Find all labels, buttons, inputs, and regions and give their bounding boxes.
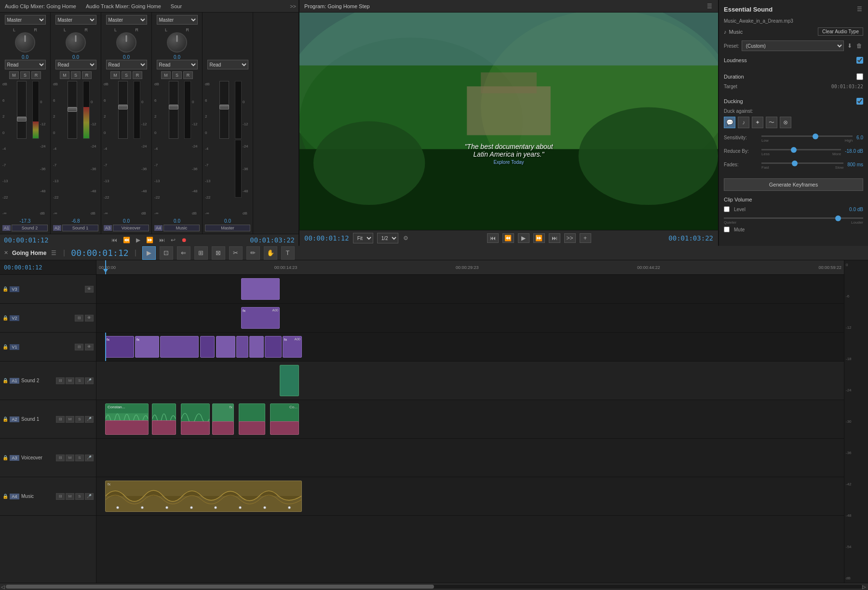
fit-select[interactable]: Fit [353, 233, 373, 243]
sensitivity-slider[interactable] [761, 135, 853, 137]
lock-v2-icon[interactable]: 🔒 [2, 315, 8, 321]
track-m-a1[interactable]: M [66, 377, 74, 384]
keyframe-dot[interactable] [263, 506, 266, 509]
keyframe-dot[interactable] [141, 506, 144, 509]
track-m-a2[interactable]: M [66, 416, 74, 423]
scroll-right-btn[interactable]: ▷ [862, 584, 867, 589]
track-eye-v2[interactable]: 👁 [85, 315, 94, 322]
step-back-btn[interactable]: ⏪ [502, 233, 514, 243]
track-mic-a4[interactable]: 🎤 [85, 493, 94, 500]
keyframe-dot[interactable] [214, 506, 217, 509]
loudness-checkbox[interactable] [856, 57, 863, 64]
timeline-menu-icon[interactable]: ☰ [50, 249, 57, 257]
audio-clip-a1a[interactable] [280, 365, 299, 396]
go-start-btn[interactable]: ⏮ [110, 236, 118, 244]
mark-out-btn[interactable]: ⏭ [549, 233, 560, 243]
solo-btn-a4[interactable]: S [172, 71, 182, 79]
mute-btn-a4[interactable]: M [161, 71, 171, 79]
pan-knob-a2[interactable]: LR [64, 27, 88, 53]
video-clip-v1c[interactable] [160, 336, 199, 358]
mark-in-btn[interactable]: ⏮ [487, 233, 499, 243]
text-tool-btn[interactable]: T [281, 246, 295, 260]
rate-stretch-btn[interactable]: ⊠ [212, 246, 225, 260]
lock-a4-icon[interactable]: 🔒 [2, 494, 8, 499]
read-select-a2[interactable]: Read [55, 60, 96, 69]
duck-music-btn[interactable]: ♪ [738, 117, 749, 128]
audio-clip-a2-pink-a[interactable] [105, 420, 149, 435]
step-fwd-btn[interactable]: ⏩ [145, 236, 154, 244]
audio-clip-a2-pink-e[interactable] [239, 421, 265, 435]
audio-track-mixer-tab[interactable]: Audio Track Mixer: Going Home [83, 2, 163, 10]
audio-clip-a2-pink-c[interactable] [181, 421, 210, 435]
loop-btn[interactable]: ↩ [170, 236, 176, 244]
mute-checkbox[interactable] [724, 227, 730, 232]
audio-clip-a4[interactable]: fx [105, 481, 302, 512]
track-s-a2[interactable]: S [75, 416, 84, 423]
master-select-a3[interactable]: Master [106, 15, 147, 25]
audio-clip-mixer-tab[interactable]: Audio Clip Mixer: Going Home [2, 2, 79, 10]
video-clip-v1a[interactable]: fx [105, 336, 134, 358]
level-slider[interactable] [724, 217, 863, 219]
track-sync-a1[interactable]: ⊟ [56, 377, 65, 384]
download-icon[interactable]: ⬇ [846, 41, 853, 50]
audio-clip-a2-pink-f[interactable] [270, 421, 299, 435]
record-btn-a3[interactable]: R [133, 71, 142, 79]
keyframe-dot[interactable] [288, 506, 291, 509]
track-m-a3[interactable]: M [66, 455, 74, 461]
read-select-a4[interactable]: Read [157, 60, 198, 69]
keyframe-dot[interactable] [190, 506, 193, 509]
video-clip-v2a[interactable]: fx A00 [241, 307, 280, 329]
record-btn[interactable]: ⏺ [180, 236, 188, 244]
ducking-checkbox[interactable] [856, 98, 863, 105]
track-select-tool-btn[interactable]: ⊡ [160, 246, 173, 260]
ripple-tool-btn[interactable]: ⇐ [177, 246, 190, 260]
read-select-master[interactable]: Read [207, 60, 248, 69]
video-clip-v1g[interactable] [249, 336, 264, 358]
mute-btn-a3[interactable]: M [110, 71, 120, 79]
master-select-a4[interactable]: Master [157, 15, 198, 25]
video-clip-v1b[interactable]: fx [135, 336, 159, 358]
track-sync-a2[interactable]: ⊟ [56, 416, 65, 423]
master-select-a2[interactable]: Master [55, 15, 96, 25]
record-btn-a2[interactable]: R [82, 71, 92, 79]
duck-ambience-btn[interactable]: 〜 [766, 117, 777, 128]
track-sync-v1[interactable]: ⊟ [75, 344, 83, 350]
audio-clip-a2-pink-b[interactable] [152, 420, 176, 435]
half-select[interactable]: 1/2 [377, 233, 398, 243]
lock-a2-icon[interactable]: 🔒 [2, 416, 8, 422]
mixer-overflow-btn[interactable]: >> [290, 3, 296, 9]
play-stop-btn[interactable]: ▶ [518, 233, 529, 243]
pan-knob-a4[interactable]: LR [165, 27, 189, 53]
play-btn[interactable]: ▶ [135, 236, 141, 244]
video-clip-v1e[interactable] [216, 336, 235, 358]
keyframe-dot[interactable] [239, 506, 242, 509]
scroll-left-btn[interactable]: ◁ [1, 584, 6, 589]
lock-v3-icon[interactable]: 🔒 [2, 286, 8, 292]
step-back-btn[interactable]: ⏪ [122, 236, 131, 244]
duration-checkbox[interactable] [856, 73, 863, 80]
pen-tool-btn[interactable]: ✏ [246, 246, 260, 260]
track-mic-a1[interactable]: 🎤 [85, 377, 94, 384]
lock-a1-icon[interactable]: 🔒 [2, 378, 8, 383]
mute-btn-a1[interactable]: M [9, 71, 19, 79]
track-sync-a3[interactable]: ⊟ [56, 455, 65, 461]
solo-btn-a2[interactable]: S [71, 71, 81, 79]
track-m-a4[interactable]: M [66, 493, 74, 500]
source-tab[interactable]: Sour [168, 2, 184, 10]
razor-tool-btn[interactable]: ✂ [229, 246, 243, 260]
record-btn-a4[interactable]: R [183, 71, 193, 79]
loop-btn[interactable]: >> [564, 233, 576, 243]
delete-preset-icon[interactable]: 🗑 [855, 41, 863, 50]
go-end-btn[interactable]: ⏭ [158, 236, 166, 244]
track-s-a4[interactable]: S [75, 493, 84, 500]
video-clip-v1d[interactable] [200, 336, 215, 358]
track-sync-v2[interactable]: ⊟ [75, 315, 83, 322]
audio-clip-a2-pink-d[interactable] [212, 421, 234, 435]
master-select-a1[interactable]: Master [5, 15, 46, 25]
rolling-tool-btn[interactable]: ⊞ [194, 246, 208, 260]
track-eye-v1[interactable]: 👁 [85, 344, 94, 350]
level-checkbox[interactable] [724, 206, 730, 212]
solo-btn-a3[interactable]: S [122, 71, 131, 79]
monitor-menu-icon[interactable]: ☰ [706, 2, 713, 11]
video-clip-v1h[interactable] [265, 336, 282, 358]
